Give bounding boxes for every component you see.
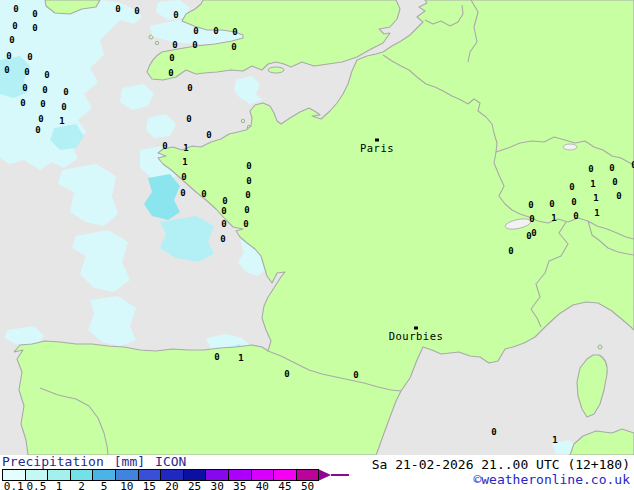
channel-islet: [241, 119, 244, 122]
precip-value-marker: 0: [27, 52, 32, 62]
precipitation-map[interactable]: 0000000000000000010000000000000000110000…: [0, 0, 634, 455]
precip-value-marker: 0: [32, 9, 37, 19]
weather-map-page: 0000000000000000010000000000000000110000…: [0, 0, 634, 490]
precip-value-marker: 0: [61, 102, 66, 112]
colorbar-overflow-arrow-icon: [318, 469, 331, 481]
precip-value-marker: 1: [238, 353, 243, 363]
precip-value-marker: 0: [40, 99, 45, 109]
precip-value-marker: 0: [491, 427, 496, 437]
legend-color-cell: 2: [70, 469, 94, 481]
legend-tick-label: 2: [78, 481, 85, 490]
precip-value-marker: 0: [549, 199, 554, 209]
legend-color-cell: 15: [138, 469, 162, 481]
precip-value-marker: 0: [168, 68, 173, 78]
precip-value-marker: 1: [593, 193, 598, 203]
precip-value-marker: 0: [187, 83, 192, 93]
precip-value-marker: 0: [616, 191, 621, 201]
legend-color-cell: 50: [296, 469, 320, 481]
legend-color-cell: 40: [251, 469, 275, 481]
precip-value-marker: 0: [24, 67, 29, 77]
precip-value-marker: 0: [612, 177, 617, 187]
precip-value-marker: 0: [192, 40, 197, 50]
precip-value-marker: 0: [246, 176, 251, 186]
legend-tick-label: 5: [101, 481, 108, 490]
precip-value-marker: 0: [181, 172, 186, 182]
precip-value-marker: 0: [32, 23, 37, 33]
precip-value-marker: 0: [569, 182, 574, 192]
precip-value-marker: 0: [221, 206, 226, 216]
precip-value-marker: 0: [115, 4, 120, 14]
legend-tick-label: 45: [278, 481, 291, 490]
legend-color-cell: 0.1: [2, 469, 26, 481]
precip-value-marker: 0: [42, 85, 47, 95]
legend-color-cell: 10: [115, 469, 139, 481]
precip-value-marker: 1: [590, 179, 595, 189]
legend-tick-label: 25: [188, 481, 201, 490]
precip-value-marker: 1: [594, 208, 599, 218]
precip-value-marker: 0: [214, 352, 219, 362]
precip-value-marker: 0: [173, 10, 178, 20]
legend-tick-label: 35: [233, 481, 246, 490]
lake-constance: [563, 144, 577, 150]
precip-value-marker: 0: [169, 53, 174, 63]
precip-value-marker: 0: [186, 114, 191, 124]
legend-color-cell: 1: [47, 469, 71, 481]
precip-value-marker: 0: [63, 87, 68, 97]
scilly-islet: [155, 41, 158, 44]
legend-bar: Precipitation[mm]ICON 0.10.5125101520253…: [0, 455, 634, 490]
city-label: Paris: [360, 142, 394, 154]
precip-value-marker: 1: [183, 143, 188, 153]
precip-value-marker: 0: [44, 70, 49, 80]
precip-value-marker: 0: [529, 214, 534, 224]
legend-color-cell: 30: [205, 469, 229, 481]
legend-title-unit: [mm]: [114, 454, 145, 469]
map-viewport[interactable]: 0000000000000000010000000000000000110000…: [0, 0, 634, 455]
colorbar-row: 0.10.5125101520253035404550: [2, 469, 349, 481]
legend-color-cell: 35: [228, 469, 252, 481]
legend-scale-block: Precipitation[mm]ICON 0.10.5125101520253…: [2, 455, 349, 481]
precip-value-marker: 0: [609, 163, 614, 173]
precip-value-marker: 0: [244, 205, 249, 215]
legend-tick-label: 20: [165, 481, 178, 490]
precip-value-marker: 0: [206, 130, 211, 140]
precip-value-marker: 0: [222, 196, 227, 206]
legend-color-cell: 5: [92, 469, 116, 481]
legend-color-cell: 25: [183, 469, 207, 481]
forecast-timestamp: Sa 21-02-2026 21..00 UTC (12+180): [372, 457, 630, 472]
legend-color-cell: 45: [273, 469, 297, 481]
precip-value-marker: 0: [193, 26, 198, 36]
precip-value-marker: 0: [353, 370, 358, 380]
legend-tick-label: 1: [56, 481, 63, 490]
precip-value-marker: 0: [13, 4, 18, 14]
legend-tick-label: 40: [256, 481, 269, 490]
precip-value-marker: 1: [551, 213, 556, 223]
precip-value-marker: 0: [22, 83, 27, 93]
precip-value-marker: 0: [12, 21, 17, 31]
precip-value-marker: 0: [571, 197, 576, 207]
precip-value-marker: 0: [134, 6, 139, 16]
precip-value-marker: 0: [213, 26, 218, 36]
colorbar-overflow-tail: [331, 474, 349, 476]
precip-value-marker: 0: [6, 51, 11, 61]
legend-color-cell: 0.5: [25, 469, 49, 481]
precip-value-marker: 1: [59, 116, 64, 126]
capraia-islet: [598, 345, 602, 349]
precip-value-marker: 0: [4, 65, 9, 75]
precip-value-marker: 0: [531, 228, 536, 238]
precip-value-marker: 0: [172, 40, 177, 50]
precip-value-marker: 1: [552, 435, 557, 445]
copyright-link[interactable]: ©weatheronline.co.uk: [372, 472, 630, 487]
legend-tick-label: 30: [211, 481, 224, 490]
precip-value-marker: 0: [245, 190, 250, 200]
legend-title: Precipitation[mm]ICON: [2, 455, 349, 468]
legend-tick-label: 10: [120, 481, 133, 490]
legend-tick-label: 15: [143, 481, 156, 490]
legend-tick-label: 0.5: [26, 481, 46, 490]
city-label: Dourbies: [389, 330, 444, 342]
precip-value-marker: 0: [221, 219, 226, 229]
precip-value-marker: 0: [180, 188, 185, 198]
legend-title-model: ICON: [155, 454, 186, 469]
colorbar: 0.10.5125101520253035404550: [2, 469, 319, 481]
precip-value-marker: 0: [243, 219, 248, 229]
precip-value-marker: 0: [231, 42, 236, 52]
